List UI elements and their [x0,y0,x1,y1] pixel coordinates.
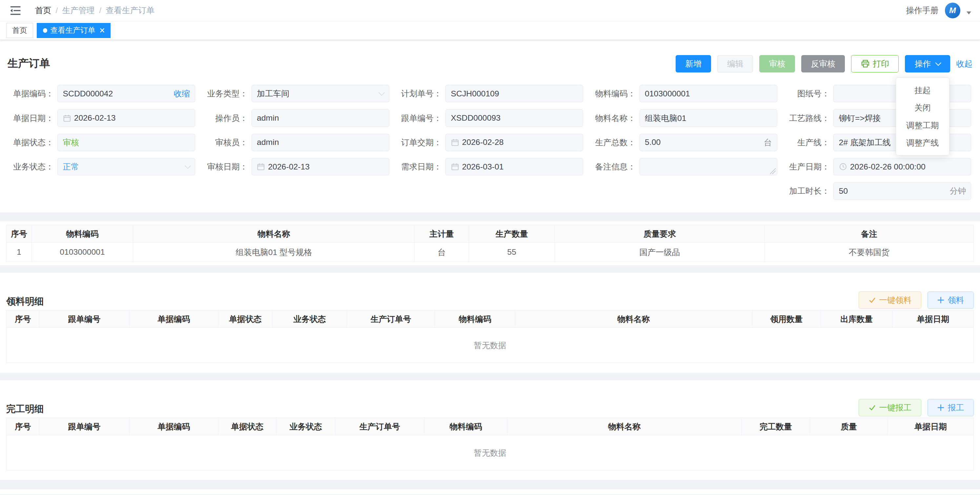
close-tab-icon[interactable] [100,28,105,33]
field-remark: 备注信息： [591,158,777,175]
one-key-report-button[interactable]: 一键报工 [859,399,921,416]
spacer [0,265,980,273]
cell-production-qty: 55 [469,243,555,262]
operator-input[interactable]: admin [251,109,389,127]
breadcrumb-home[interactable]: 首页 [35,5,51,16]
material-name-input[interactable]: 组装电脑01 [640,109,777,127]
printer-icon [861,59,870,68]
col-quality: 质量 [810,418,888,435]
calendar-icon [451,163,459,171]
collapse-panel-link[interactable]: 收起 [956,58,973,69]
col-business-status: 业务状态 [272,311,347,328]
col-business-status: 业务状态 [276,418,335,435]
edit-button[interactable]: 编辑 [717,55,753,73]
production-date-picker[interactable]: 2026-02-26 00:00:00 [834,158,971,175]
one-key-requisition-button[interactable]: 一键领料 [859,292,921,309]
unit-label: 分钟 [950,186,966,196]
bill-code-input[interactable]: SCDD000042 收缩 [57,85,195,102]
field-demand-date: 需求日期： 2026-03-01 [397,158,584,175]
field-label: 业务类型： [203,88,251,99]
requisition-button[interactable]: 领料 [928,292,974,309]
total-qty-input[interactable]: 5.00 台 [640,134,777,151]
order-toolbar: 新增 编辑 审核 反审核 打印 操作 收起 [676,55,972,73]
plus-icon [937,296,945,304]
menu-item-suspend[interactable]: 挂起 [896,82,949,99]
track-no-input[interactable]: XSDD000093 [445,109,583,127]
business-status-select[interactable]: 正常 [57,158,195,175]
audit-date-picker[interactable]: 2026-02-13 [251,158,389,175]
operate-button[interactable]: 操作 [905,55,950,73]
col-material-code: 物料编码 [435,311,515,328]
bottom-strip [0,489,980,494]
col-bill-date: 单据日期 [888,418,974,435]
col-production-qty: 生产数量 [469,225,555,242]
order-card-header: 生产订单 新增 编辑 审核 反审核 打印 操作 收起 [8,40,972,77]
tags-view-bar: 首页 查看生产订单 [0,21,980,40]
field-label: 计划单号： [397,88,446,99]
calendar-icon [63,114,71,122]
tab-home[interactable]: 首页 [6,23,33,38]
field-label: 审核日期： [203,161,251,172]
bill-date-picker[interactable]: 2026-02-13 [57,109,195,127]
menu-item-adjust-schedule[interactable]: 调整工期 [896,116,949,134]
field-label: 单据编码： [9,88,58,99]
materials-table: 序号 物料编码 物料名称 主计量 生产数量 质量要求 备注 1 01030000… [6,225,974,262]
page-title: 生产订单 [8,56,50,71]
cell-seq: 1 [6,243,32,262]
breadcrumb: 首页 / 生产管理 / 查看生产订单 [35,5,154,16]
audit-button[interactable]: 审核 [759,55,795,73]
cell-material-code: 0103000001 [32,243,133,262]
demand-date-picker[interactable]: 2026-03-01 [445,158,583,175]
col-outbound-qty: 出库数量 [821,311,892,328]
avatar[interactable]: M [945,3,961,18]
field-material-code: 物料编码： 0103000001 [591,85,777,102]
cell-material-name: 组装电脑01 型号规格 [133,243,415,262]
avatar-caret-icon[interactable] [967,11,971,14]
operate-dropdown-menu: 挂起 关闭 调整工期 调整产线 [896,77,950,155]
field-delivery-date: 订单交期： 2026-02-28 [397,134,584,151]
collapse-sidebar-icon[interactable] [9,4,22,17]
requisition-actions: 一键领料 领料 [859,292,974,311]
empty-row: 暂无数据 [6,328,974,363]
field-label: 生产日期： [785,161,834,172]
report-work-button[interactable]: 报工 [928,399,974,416]
field-plan-no: 计划单号： SCJH000109 [397,85,584,102]
material-code-input[interactable]: 0103000001 [640,85,777,102]
spacer [0,213,980,221]
unaudit-button[interactable]: 反审核 [801,55,845,73]
add-button[interactable]: 新增 [676,55,711,73]
col-seq: 序号 [6,418,39,435]
field-bill-date: 单据日期： 2026-02-13 [9,109,196,127]
field-bill-status: 单据状态： 审核 [9,134,196,151]
table-header-row: 序号 跟单编号 单据编码 单据状态 业务状态 生产订单号 物料编码 物料名称 完… [6,418,974,435]
field-label: 需求日期： [397,161,446,172]
completion-header: 完工明细 一键报工 报工 [6,380,974,418]
tab-view-production-order[interactable]: 查看生产订单 [37,23,111,38]
requisition-section: 领料明细 一键领料 领料 序号 跟单编号 单据编码 [0,273,980,373]
col-bill-status: 单据状态 [218,311,272,328]
field-label: 物料名称： [591,113,640,124]
menu-item-close[interactable]: 关闭 [896,99,949,116]
order-form: 单据编码： SCDD000042 收缩 业务类型： 加工车间 计划单号： SCJ… [8,77,972,213]
spacer [0,373,980,380]
shrink-link[interactable]: 收缩 [174,88,190,99]
process-duration-input[interactable]: 50 分钟 [834,182,971,200]
plan-no-input[interactable]: SCJH000109 [445,85,583,102]
col-track-no: 跟单编号 [39,311,129,328]
business-type-select[interactable]: 加工车间 [251,85,389,102]
auditor-input[interactable]: admin [251,134,389,151]
manual-link[interactable]: 操作手册 [906,5,939,16]
delivery-date-picker[interactable]: 2026-02-28 [445,134,583,151]
print-button[interactable]: 打印 [851,55,899,73]
field-total-qty: 生产总数： 5.00 台 [591,134,777,151]
remark-textarea[interactable] [640,158,777,175]
resize-grip-icon[interactable] [770,168,776,174]
breadcrumb-separator: / [56,6,58,15]
col-bill-date: 单据日期 [892,311,974,328]
menu-item-adjust-line[interactable]: 调整产线 [896,134,949,151]
bill-status-input[interactable]: 审核 [57,134,195,151]
breadcrumb-production-mgmt[interactable]: 生产管理 [62,5,95,16]
field-audit-date: 审核日期： 2026-02-13 [203,158,389,175]
col-bill-code: 单据编码 [129,311,218,328]
field-track-no: 跟单编号： XSDD000093 [397,109,584,127]
